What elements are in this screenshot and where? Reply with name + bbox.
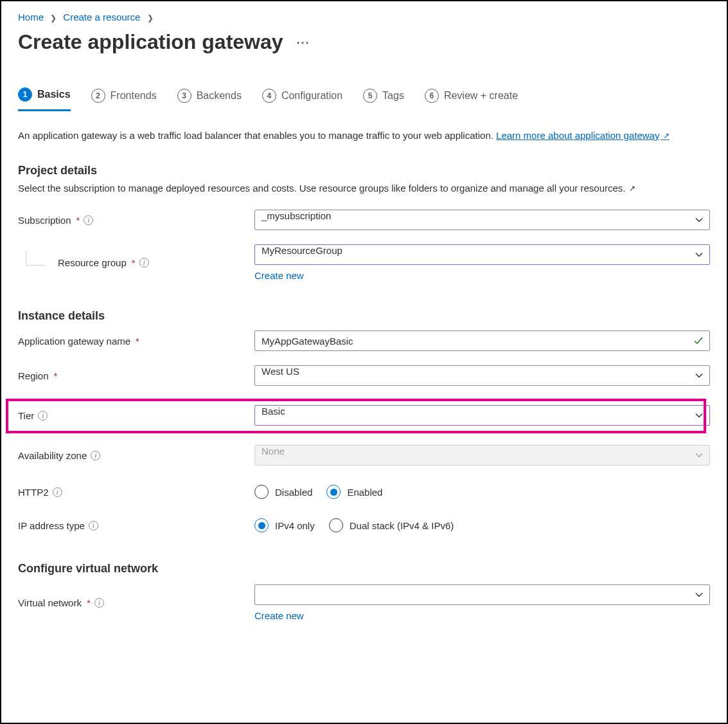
required-indicator: * xyxy=(136,336,139,347)
radio-label: IPv4 only xyxy=(275,520,315,531)
check-icon xyxy=(693,336,704,346)
tab-label: Review + create xyxy=(444,90,518,102)
http2-label: HTTP2 i xyxy=(18,487,254,498)
info-icon[interactable]: i xyxy=(38,411,48,421)
availability-zone-label: Availability zone i xyxy=(18,450,254,461)
vnet-select[interactable] xyxy=(254,584,710,605)
info-icon[interactable]: i xyxy=(53,487,62,497)
create-new-vnet-link[interactable]: Create new xyxy=(254,610,304,621)
availability-zone-label-text: Availability zone xyxy=(18,450,87,461)
breadcrumb-create-resource[interactable]: Create a resource xyxy=(63,12,140,23)
subscription-label-text: Subscription xyxy=(18,215,71,226)
tab-frontends[interactable]: 2 Frontends xyxy=(91,87,157,111)
tab-step-number: 5 xyxy=(363,89,377,103)
app-gateway-name-label: Application gateway name * xyxy=(18,336,254,347)
tab-step-number: 2 xyxy=(91,89,105,103)
subscription-select[interactable]: _mysubscription xyxy=(254,210,710,230)
section-project-details: Project details xyxy=(18,164,710,177)
resource-group-label-text: Resource group xyxy=(58,257,127,268)
chevron-right-icon: ❯ xyxy=(50,14,57,23)
ip-type-ipv4-radio[interactable]: IPv4 only xyxy=(254,518,315,532)
tab-step-number: 4 xyxy=(262,89,276,103)
tab-label: Tags xyxy=(382,90,404,102)
tab-configuration[interactable]: 4 Configuration xyxy=(262,87,342,111)
radio-label: Dual stack (IPv4 & IPv6) xyxy=(350,520,454,531)
step-tabs: 1 Basics 2 Frontends 3 Backends 4 Config… xyxy=(18,87,710,112)
app-gateway-name-input[interactable] xyxy=(254,330,710,351)
section-project-desc-text: Select the subscription to manage deploy… xyxy=(18,183,626,194)
tab-backends[interactable]: 3 Backends xyxy=(177,87,242,111)
external-link-icon: ↗ xyxy=(627,184,635,193)
tab-label: Basics xyxy=(37,89,71,100)
info-icon[interactable]: i xyxy=(89,521,98,530)
info-icon[interactable]: i xyxy=(139,258,149,267)
vnet-label: Virtual network * i xyxy=(18,597,254,608)
region-select[interactable]: West US xyxy=(254,365,710,386)
create-new-resource-group-link[interactable]: Create new xyxy=(254,270,304,281)
region-label: Region * xyxy=(18,370,254,381)
info-icon[interactable]: i xyxy=(94,598,104,608)
tab-step-number: 1 xyxy=(18,87,32,102)
tab-step-number: 3 xyxy=(177,89,191,103)
resource-group-label: Resource group * i xyxy=(18,257,254,268)
learn-more-link-text: Learn more about application gateway xyxy=(496,130,659,141)
ip-type-dual-radio[interactable]: Dual stack (IPv4 & IPv6) xyxy=(329,518,454,532)
section-configure-vnet: Configure virtual network xyxy=(18,562,710,575)
breadcrumb-home[interactable]: Home xyxy=(18,12,44,23)
page-title: Create application gateway ··· xyxy=(18,30,710,54)
required-indicator: * xyxy=(87,597,91,608)
chevron-right-icon: ❯ xyxy=(147,14,154,23)
section-instance-details: Instance details xyxy=(18,309,710,323)
required-indicator: * xyxy=(54,370,58,381)
vnet-label-text: Virtual network xyxy=(18,597,82,608)
breadcrumb: Home ❯ Create a resource ❯ xyxy=(18,12,710,23)
tab-label: Frontends xyxy=(111,90,157,102)
ip-type-label: IP address type i xyxy=(18,520,254,531)
http2-label-text: HTTP2 xyxy=(18,487,49,498)
more-menu-button[interactable]: ··· xyxy=(296,37,310,50)
radio-label: Disabled xyxy=(275,487,312,498)
external-link-icon: ↗ xyxy=(661,131,669,140)
intro-text: An application gateway is a web traffic … xyxy=(18,129,710,143)
tab-step-number: 6 xyxy=(425,89,439,103)
http2-enabled-radio[interactable]: Enabled xyxy=(326,485,382,499)
availability-zone-select: None xyxy=(254,445,710,466)
intro-text-content: An application gateway is a web traffic … xyxy=(18,130,496,141)
tab-review-create[interactable]: 6 Review + create xyxy=(425,87,518,111)
subscription-label: Subscription * i xyxy=(18,215,254,226)
info-icon[interactable]: i xyxy=(84,215,93,225)
http2-disabled-radio[interactable]: Disabled xyxy=(254,485,312,499)
page-title-text: Create application gateway xyxy=(18,30,283,53)
tier-select[interactable]: Basic xyxy=(254,405,710,426)
learn-more-link[interactable]: Learn more about application gateway ↗ xyxy=(496,130,670,141)
ip-type-label-text: IP address type xyxy=(18,520,85,531)
tier-label-text: Tier xyxy=(18,410,34,421)
required-indicator: * xyxy=(76,215,80,226)
section-project-desc: Select the subscription to manage deploy… xyxy=(18,181,710,196)
tab-label: Configuration xyxy=(281,90,342,102)
app-gateway-name-label-text: Application gateway name xyxy=(18,336,130,347)
required-indicator: * xyxy=(132,257,136,268)
tab-tags[interactable]: 5 Tags xyxy=(363,87,404,111)
tab-basics[interactable]: 1 Basics xyxy=(18,87,71,111)
radio-label: Enabled xyxy=(347,487,382,498)
tab-label: Backends xyxy=(197,90,242,102)
info-icon[interactable]: i xyxy=(91,451,100,460)
resource-group-select[interactable]: MyResourceGroup xyxy=(254,244,710,265)
region-label-text: Region xyxy=(18,370,49,381)
tier-label: Tier i xyxy=(18,410,254,421)
